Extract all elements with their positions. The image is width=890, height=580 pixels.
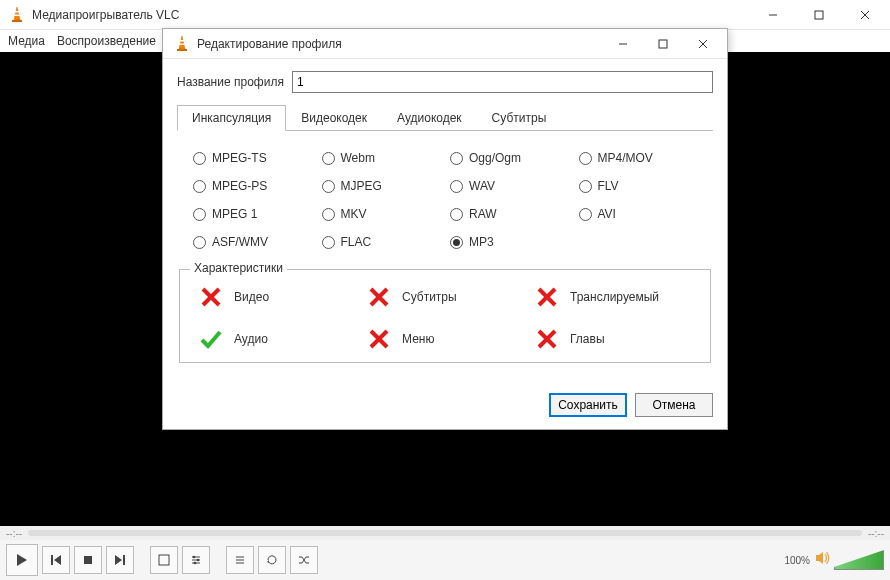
loop-button[interactable] — [258, 546, 286, 574]
characteristic-label: Главы — [570, 332, 605, 346]
volume-slider[interactable] — [834, 550, 884, 570]
radio-label: MPEG-TS — [212, 151, 267, 165]
save-button[interactable]: Сохранить — [549, 393, 627, 417]
main-minimize-button[interactable] — [750, 0, 796, 30]
main-titlebar: Медиапроигрыватель VLC — [0, 0, 890, 30]
encapsulation-option[interactable]: MJPEG — [322, 179, 441, 193]
main-close-button[interactable] — [842, 0, 888, 30]
encapsulation-option[interactable]: MPEG-TS — [193, 151, 312, 165]
controls-bar: 100% — [0, 540, 890, 580]
svg-rect-18 — [180, 40, 184, 42]
encapsulation-option[interactable]: MP3 — [450, 235, 569, 249]
radio-label: Webm — [341, 151, 375, 165]
characteristics-legend: Характеристики — [190, 261, 287, 275]
encapsulation-option[interactable]: WAV — [450, 179, 569, 193]
characteristic-video: Видео — [198, 284, 356, 310]
radio-icon — [322, 208, 335, 221]
encapsulation-option[interactable]: MP4/MOV — [579, 151, 698, 165]
next-button[interactable] — [106, 546, 134, 574]
characteristic-chapters: Главы — [534, 326, 692, 352]
svg-rect-7 — [84, 556, 92, 564]
radio-icon — [450, 152, 463, 165]
radio-label: MP3 — [469, 235, 494, 249]
characteristic-label: Меню — [402, 332, 434, 346]
tab-subtitles[interactable]: Субтитры — [477, 105, 562, 131]
encapsulation-option[interactable]: Ogg/Ogm — [450, 151, 569, 165]
encapsulation-option[interactable]: MPEG-PS — [193, 179, 312, 193]
profile-name-input[interactable] — [292, 71, 713, 93]
svg-rect-4 — [815, 11, 823, 19]
svg-point-13 — [197, 559, 200, 562]
main-title: Медиапроигрыватель VLC — [32, 8, 750, 22]
radio-icon — [193, 208, 206, 221]
svg-rect-0 — [15, 11, 19, 13]
seek-track[interactable] — [28, 530, 862, 536]
profile-edit-dialog: Редактирование профиля Название профиля … — [162, 28, 728, 430]
svg-rect-20 — [177, 49, 187, 51]
characteristics-fieldset: Характеристики ВидеоСубтитрыТранслируемы… — [179, 269, 711, 363]
time-elapsed: --:-- — [6, 528, 22, 539]
radio-icon — [193, 152, 206, 165]
cancel-button[interactable]: Отмена — [635, 393, 713, 417]
volume-area: 100% — [784, 550, 884, 570]
radio-label: AVI — [598, 207, 616, 221]
radio-icon — [193, 236, 206, 249]
extended-settings-button[interactable] — [182, 546, 210, 574]
fullscreen-button[interactable] — [150, 546, 178, 574]
svg-rect-19 — [179, 43, 184, 45]
cross-icon — [366, 284, 392, 310]
characteristic-streamable: Транслируемый — [534, 284, 692, 310]
radio-label: FLAC — [341, 235, 372, 249]
check-icon — [198, 326, 224, 352]
dialog-minimize-button[interactable] — [603, 30, 643, 58]
svg-point-14 — [194, 562, 197, 565]
shuffle-button[interactable] — [290, 546, 318, 574]
dialog-titlebar: Редактирование профиля — [163, 29, 727, 59]
profile-name-label: Название профиля — [177, 75, 284, 89]
dialog-maximize-button[interactable] — [643, 30, 683, 58]
encapsulation-option[interactable]: ASF/WMV — [193, 235, 312, 249]
speaker-icon[interactable] — [814, 550, 830, 570]
stop-button[interactable] — [74, 546, 102, 574]
radio-icon — [579, 180, 592, 193]
characteristic-menu: Меню — [366, 326, 524, 352]
radio-icon — [450, 236, 463, 249]
encapsulation-grid: MPEG-TSWebmOgg/OgmMP4/MOVMPEG-PSMJPEGWAV… — [177, 131, 713, 259]
dialog-close-button[interactable] — [683, 30, 723, 58]
timeline: --:-- --:-- — [0, 526, 890, 540]
menu-media[interactable]: Медиа — [8, 34, 45, 48]
main-maximize-button[interactable] — [796, 0, 842, 30]
radio-label: FLV — [598, 179, 619, 193]
radio-label: WAV — [469, 179, 495, 193]
radio-icon — [579, 152, 592, 165]
tab-encapsulation[interactable]: Инкапсуляция — [177, 105, 286, 131]
encapsulation-option[interactable]: FLV — [579, 179, 698, 193]
encapsulation-option[interactable]: RAW — [450, 207, 569, 221]
encapsulation-option[interactable]: Webm — [322, 151, 441, 165]
playlist-button[interactable] — [226, 546, 254, 574]
cross-icon — [534, 326, 560, 352]
encapsulation-option[interactable]: MPEG 1 — [193, 207, 312, 221]
play-button[interactable] — [6, 544, 38, 576]
encapsulation-option[interactable]: AVI — [579, 207, 698, 221]
menu-playback[interactable]: Воспроизведение — [57, 34, 156, 48]
dialog-title: Редактирование профиля — [197, 37, 603, 51]
svg-rect-1 — [14, 14, 19, 16]
radio-icon — [322, 152, 335, 165]
tab-videocodec[interactable]: Видеокодек — [286, 105, 382, 131]
radio-label: ASF/WMV — [212, 235, 268, 249]
characteristic-label: Аудио — [234, 332, 268, 346]
radio-label: MPEG 1 — [212, 207, 257, 221]
tab-audiocodec[interactable]: Аудиокодек — [382, 105, 477, 131]
characteristic-label: Субтитры — [402, 290, 457, 304]
encapsulation-option[interactable]: MKV — [322, 207, 441, 221]
characteristic-audio: Аудио — [198, 326, 356, 352]
volume-percent: 100% — [784, 555, 810, 566]
cross-icon — [198, 284, 224, 310]
encapsulation-option[interactable]: FLAC — [322, 235, 441, 249]
cross-icon — [366, 326, 392, 352]
prev-button[interactable] — [42, 546, 70, 574]
svg-point-12 — [193, 556, 196, 559]
radio-icon — [450, 180, 463, 193]
radio-label: Ogg/Ogm — [469, 151, 521, 165]
